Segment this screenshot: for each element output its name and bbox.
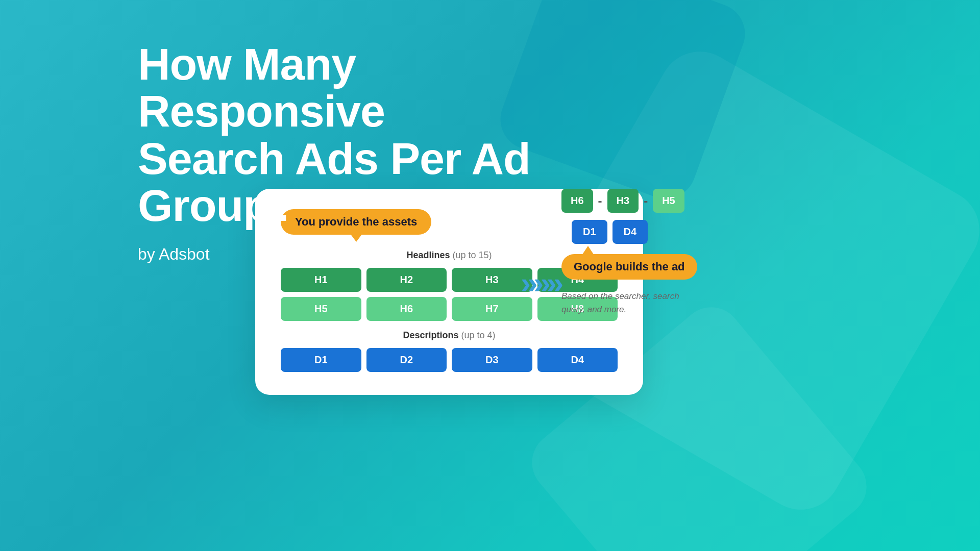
desc-d4: D4: [537, 348, 618, 372]
arrow-section: »»»: [521, 265, 559, 300]
descriptions-section: Descriptions (up to 4) D1 D2 D3 D4: [281, 330, 618, 372]
headline-h1: H1: [281, 268, 361, 292]
descriptions-label: Descriptions (up to 4): [281, 330, 618, 341]
arrow-icon: »»»: [521, 265, 559, 300]
headline-h2: H2: [366, 268, 447, 292]
desc-d3: D3: [452, 348, 532, 372]
google-desc: Based on the searcher, search query, and…: [561, 290, 704, 316]
byline: by Adsbot: [138, 245, 980, 264]
headline-h7: H7: [452, 297, 532, 321]
descriptions-row: D1 D2 D3 D4: [281, 348, 618, 372]
headline-h6: H6: [366, 297, 447, 321]
page-title: How Many Responsive Search Ads Per Ad Gr…: [138, 41, 597, 230]
headline-h3: H3: [452, 268, 532, 292]
desc-d2: D2: [366, 348, 447, 372]
headline-h5: H5: [281, 297, 361, 321]
desc-d1: D1: [281, 348, 361, 372]
